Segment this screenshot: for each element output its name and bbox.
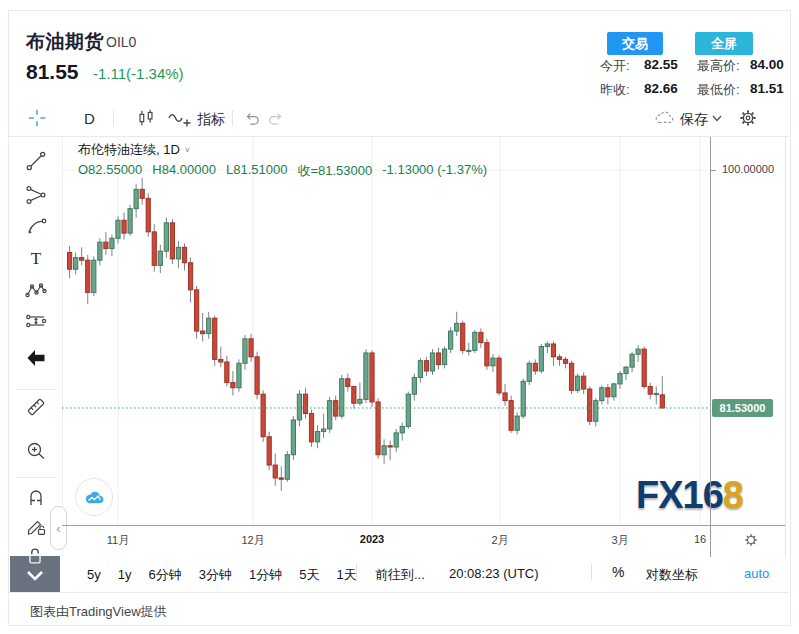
candle bbox=[176, 241, 180, 268]
crosshair-icon bbox=[26, 107, 48, 129]
arrow-back-button[interactable] bbox=[22, 344, 50, 372]
goto-date-button[interactable]: 前往到... bbox=[375, 566, 425, 584]
candle bbox=[352, 386, 356, 408]
auto-scale-button[interactable]: auto bbox=[744, 566, 769, 581]
candle bbox=[551, 341, 555, 365]
fx168-watermark-gold: 8 bbox=[723, 474, 743, 516]
projection-icon bbox=[24, 309, 48, 333]
time-tick: 11月 bbox=[107, 533, 129, 548]
candle bbox=[86, 255, 90, 304]
measure-tool[interactable] bbox=[22, 393, 50, 421]
cloud-chart-icon bbox=[83, 489, 106, 506]
candle bbox=[533, 359, 537, 374]
redo-button[interactable] bbox=[262, 105, 290, 133]
footer-divider bbox=[9, 592, 789, 593]
candle bbox=[340, 375, 344, 419]
series-legend: 布伦特油连续, 1D ˅ bbox=[78, 141, 190, 159]
zoom-in-icon bbox=[24, 439, 48, 463]
range-button-6分钟[interactable]: 6分钟 bbox=[145, 564, 184, 586]
candle bbox=[98, 238, 102, 265]
svg-text:T: T bbox=[31, 249, 42, 268]
range-button-3分钟[interactable]: 3分钟 bbox=[196, 564, 235, 586]
clock-display[interactable]: 20:08:23 (UTC) bbox=[449, 566, 539, 581]
chevron-down-icon bbox=[712, 115, 722, 122]
candle bbox=[188, 258, 192, 303]
range-button-1分钟[interactable]: 1分钟 bbox=[246, 564, 285, 586]
stat-prevclose-label: 昨收: bbox=[600, 81, 630, 99]
candle bbox=[315, 425, 319, 448]
indicators-button[interactable] bbox=[164, 104, 194, 132]
interval-button[interactable]: D bbox=[84, 110, 95, 127]
percent-scale-button[interactable]: % bbox=[612, 564, 624, 580]
magnet-tool[interactable] bbox=[22, 483, 50, 511]
time-axis[interactable]: 11月12月20232月3月16 bbox=[0, 525, 799, 557]
candle bbox=[358, 383, 362, 406]
candle bbox=[461, 321, 465, 355]
candle bbox=[207, 312, 211, 339]
fullscreen-button[interactable]: 全屏 bbox=[695, 32, 753, 55]
candle bbox=[328, 397, 332, 433]
text-icon: T bbox=[24, 246, 48, 270]
chart-style-button[interactable] bbox=[132, 104, 160, 132]
candle bbox=[243, 335, 247, 370]
save-cloud[interactable] bbox=[650, 104, 678, 132]
axis-settings-button[interactable] bbox=[742, 531, 760, 549]
projection-tool[interactable] bbox=[22, 307, 50, 335]
candle bbox=[449, 327, 453, 353]
fib-tool[interactable] bbox=[22, 181, 50, 209]
save-button[interactable]: 保存 bbox=[680, 111, 708, 129]
brush-tool[interactable] bbox=[22, 212, 50, 240]
magnet-icon bbox=[24, 485, 48, 509]
log-scale-button[interactable]: 对数坐标 bbox=[646, 566, 698, 584]
undo-icon bbox=[242, 109, 262, 129]
candle bbox=[563, 357, 567, 369]
range-button-1y[interactable]: 1y bbox=[115, 565, 135, 584]
hide-toolbar-button[interactable] bbox=[10, 556, 60, 592]
crosshair-tool-button[interactable] bbox=[23, 104, 51, 132]
price-axis-border bbox=[710, 137, 711, 557]
zoom-in-tool[interactable] bbox=[22, 437, 50, 465]
candle bbox=[406, 392, 410, 429]
candle bbox=[213, 316, 217, 366]
candle bbox=[642, 347, 646, 390]
candle bbox=[303, 388, 307, 419]
pane-right-border bbox=[785, 137, 786, 557]
candle bbox=[122, 213, 126, 240]
provider-logo[interactable] bbox=[75, 478, 113, 516]
candle bbox=[273, 453, 277, 485]
candle bbox=[442, 347, 446, 369]
pattern-tool[interactable] bbox=[22, 276, 50, 304]
candle bbox=[576, 374, 580, 393]
candle bbox=[569, 361, 573, 395]
candle bbox=[261, 390, 265, 442]
gear-icon bbox=[736, 106, 760, 130]
last-price-label: 81.53000 bbox=[712, 399, 773, 417]
range-button-5y[interactable]: 5y bbox=[84, 565, 104, 584]
save-menu-button[interactable] bbox=[712, 115, 722, 122]
range-button-5天[interactable]: 5天 bbox=[296, 564, 322, 586]
candle bbox=[74, 252, 78, 274]
candle bbox=[322, 414, 326, 438]
candlestick-chart[interactable] bbox=[62, 137, 710, 525]
stat-high-label: 最高价: bbox=[697, 57, 740, 75]
candle bbox=[394, 429, 398, 452]
trend-line-tool[interactable] bbox=[22, 147, 50, 175]
candle bbox=[624, 366, 628, 380]
candle bbox=[346, 374, 350, 392]
candle bbox=[146, 193, 150, 237]
candle bbox=[648, 383, 652, 400]
time-tick: 3月 bbox=[611, 533, 628, 548]
candle bbox=[400, 423, 404, 441]
series-menu-chevron[interactable]: ˅ bbox=[185, 145, 190, 155]
text-tool[interactable]: T bbox=[22, 244, 50, 272]
candle bbox=[660, 376, 664, 408]
candle bbox=[485, 339, 489, 370]
trade-button[interactable]: 交易 bbox=[607, 32, 663, 55]
indicators-label[interactable]: 指标 bbox=[197, 111, 225, 129]
toolbar-separator bbox=[113, 110, 114, 126]
fx168-watermark: FX168 bbox=[636, 474, 743, 517]
candle bbox=[279, 466, 283, 490]
candle bbox=[134, 184, 138, 218]
bottom-toolbar-separator bbox=[356, 563, 357, 581]
settings-button[interactable] bbox=[734, 104, 762, 132]
